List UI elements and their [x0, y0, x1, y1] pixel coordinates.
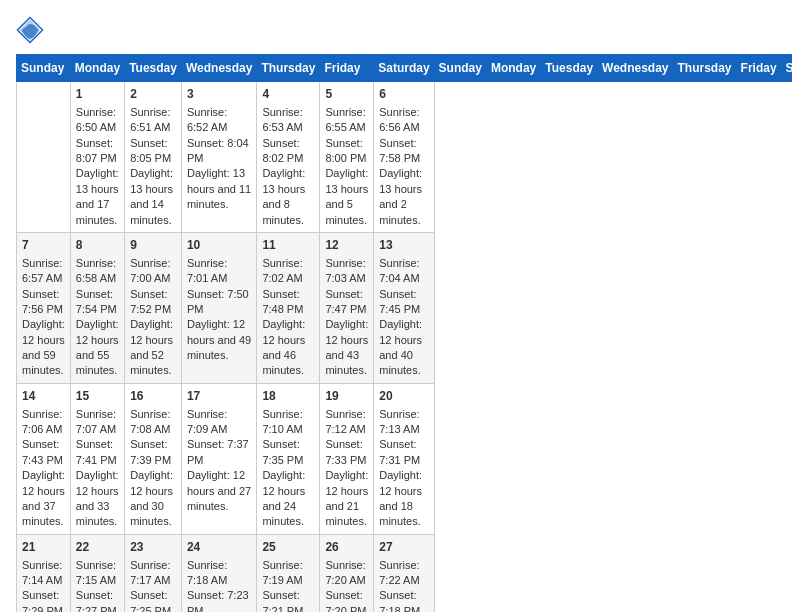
day-cell: 2Sunrise: 6:51 AMSunset: 8:05 PMDaylight… [125, 82, 182, 233]
sunrise-text: Sunrise: 6:58 AM [76, 256, 119, 287]
daylight-text: Daylight: 12 hours and 30 minutes. [130, 468, 176, 530]
week-row-2: 7Sunrise: 6:57 AMSunset: 7:56 PMDaylight… [17, 232, 793, 383]
sunrise-text: Sunrise: 7:04 AM [379, 256, 428, 287]
col-header-tuesday: Tuesday [541, 55, 598, 82]
sunset-text: Sunset: 7:39 PM [130, 437, 176, 468]
day-cell: 17Sunrise: 7:09 AMSunset: 7:37 PMDayligh… [181, 383, 256, 534]
sunset-text: Sunset: 7:18 PM [379, 588, 428, 612]
daylight-text: Daylight: 12 hours and 33 minutes. [76, 468, 119, 530]
sunrise-text: Sunrise: 7:00 AM [130, 256, 176, 287]
sunrise-text: Sunrise: 7:10 AM [262, 407, 314, 438]
sunrise-text: Sunrise: 7:09 AM [187, 407, 251, 438]
day-number: 2 [130, 86, 176, 103]
day-number: 21 [22, 539, 65, 556]
day-number: 16 [130, 388, 176, 405]
day-number: 1 [76, 86, 119, 103]
daylight-text: Daylight: 12 hours and 18 minutes. [379, 468, 428, 530]
sunset-text: Sunset: 7:47 PM [325, 287, 368, 318]
day-cell: 8Sunrise: 6:58 AMSunset: 7:54 PMDaylight… [70, 232, 124, 383]
day-cell: 11Sunrise: 7:02 AMSunset: 7:48 PMDayligh… [257, 232, 320, 383]
sunset-text: Sunset: 7:37 PM [187, 437, 251, 468]
daylight-text: Daylight: 13 hours and 8 minutes. [262, 166, 314, 228]
daylight-text: Daylight: 13 hours and 11 minutes. [187, 166, 251, 212]
day-number: 17 [187, 388, 251, 405]
header-friday: Friday [320, 55, 374, 82]
day-number: 11 [262, 237, 314, 254]
col-header-saturday: Saturday [781, 55, 792, 82]
header-saturday: Saturday [374, 55, 434, 82]
sunset-text: Sunset: 7:43 PM [22, 437, 65, 468]
daylight-text: Daylight: 12 hours and 52 minutes. [130, 317, 176, 379]
col-header-sunday: Sunday [434, 55, 486, 82]
day-cell: 5Sunrise: 6:55 AMSunset: 8:00 PMDaylight… [320, 82, 374, 233]
day-number: 14 [22, 388, 65, 405]
week-row-4: 21Sunrise: 7:14 AMSunset: 7:29 PMDayligh… [17, 534, 793, 612]
sunrise-text: Sunrise: 7:13 AM [379, 407, 428, 438]
day-number: 3 [187, 86, 251, 103]
daylight-text: Daylight: 12 hours and 37 minutes. [22, 468, 65, 530]
day-cell: 7Sunrise: 6:57 AMSunset: 7:56 PMDaylight… [17, 232, 71, 383]
sunrise-text: Sunrise: 6:53 AM [262, 105, 314, 136]
day-cell: 26Sunrise: 7:20 AMSunset: 7:20 PMDayligh… [320, 534, 374, 612]
sunset-text: Sunset: 7:33 PM [325, 437, 368, 468]
day-number: 23 [130, 539, 176, 556]
sunset-text: Sunset: 8:05 PM [130, 136, 176, 167]
day-cell: 4Sunrise: 6:53 AMSunset: 8:02 PMDaylight… [257, 82, 320, 233]
day-number: 7 [22, 237, 65, 254]
sunset-text: Sunset: 8:02 PM [262, 136, 314, 167]
header-sunday: Sunday [17, 55, 71, 82]
sunrise-text: Sunrise: 7:06 AM [22, 407, 65, 438]
daylight-text: Daylight: 12 hours and 59 minutes. [22, 317, 65, 379]
sunrise-text: Sunrise: 6:55 AM [325, 105, 368, 136]
sunrise-text: Sunrise: 7:12 AM [325, 407, 368, 438]
sunrise-text: Sunrise: 6:57 AM [22, 256, 65, 287]
col-header-monday: Monday [486, 55, 540, 82]
sunrise-text: Sunrise: 7:18 AM [187, 558, 251, 589]
day-number: 4 [262, 86, 314, 103]
day-cell: 3Sunrise: 6:52 AMSunset: 8:04 PMDaylight… [181, 82, 256, 233]
sunset-text: Sunset: 7:52 PM [130, 287, 176, 318]
day-number: 22 [76, 539, 119, 556]
day-cell: 23Sunrise: 7:17 AMSunset: 7:25 PMDayligh… [125, 534, 182, 612]
header-wednesday: Wednesday [181, 55, 256, 82]
sunrise-text: Sunrise: 7:20 AM [325, 558, 368, 589]
day-cell: 24Sunrise: 7:18 AMSunset: 7:23 PMDayligh… [181, 534, 256, 612]
day-number: 13 [379, 237, 428, 254]
sunrise-text: Sunrise: 7:15 AM [76, 558, 119, 589]
daylight-text: Daylight: 13 hours and 2 minutes. [379, 166, 428, 228]
sunset-text: Sunset: 7:58 PM [379, 136, 428, 167]
day-number: 25 [262, 539, 314, 556]
sunset-text: Sunset: 8:00 PM [325, 136, 368, 167]
day-cell: 12Sunrise: 7:03 AMSunset: 7:47 PMDayligh… [320, 232, 374, 383]
sunrise-text: Sunrise: 7:03 AM [325, 256, 368, 287]
sunrise-text: Sunrise: 6:51 AM [130, 105, 176, 136]
day-number: 9 [130, 237, 176, 254]
day-cell: 10Sunrise: 7:01 AMSunset: 7:50 PMDayligh… [181, 232, 256, 383]
sunset-text: Sunset: 7:20 PM [325, 588, 368, 612]
day-cell: 20Sunrise: 7:13 AMSunset: 7:31 PMDayligh… [374, 383, 434, 534]
day-number: 15 [76, 388, 119, 405]
sunset-text: Sunset: 7:56 PM [22, 287, 65, 318]
calendar-header-row: SundayMondayTuesdayWednesdayThursdayFrid… [17, 55, 793, 82]
sunset-text: Sunset: 7:48 PM [262, 287, 314, 318]
sunset-text: Sunset: 7:31 PM [379, 437, 428, 468]
daylight-text: Daylight: 12 hours and 27 minutes. [187, 468, 251, 514]
sunrise-text: Sunrise: 6:56 AM [379, 105, 428, 136]
sunset-text: Sunset: 7:23 PM [187, 588, 251, 612]
week-row-1: 1Sunrise: 6:50 AMSunset: 8:07 PMDaylight… [17, 82, 793, 233]
calendar-table: SundayMondayTuesdayWednesdayThursdayFrid… [16, 54, 792, 612]
daylight-text: Daylight: 13 hours and 5 minutes. [325, 166, 368, 228]
day-number: 10 [187, 237, 251, 254]
sunrise-text: Sunrise: 7:07 AM [76, 407, 119, 438]
sunset-text: Sunset: 7:45 PM [379, 287, 428, 318]
col-header-thursday: Thursday [673, 55, 736, 82]
sunrise-text: Sunrise: 7:17 AM [130, 558, 176, 589]
col-header-friday: Friday [736, 55, 781, 82]
day-cell: 22Sunrise: 7:15 AMSunset: 7:27 PMDayligh… [70, 534, 124, 612]
day-cell: 14Sunrise: 7:06 AMSunset: 7:43 PMDayligh… [17, 383, 71, 534]
day-cell: 13Sunrise: 7:04 AMSunset: 7:45 PMDayligh… [374, 232, 434, 383]
day-number: 20 [379, 388, 428, 405]
page-header [16, 16, 776, 44]
daylight-text: Daylight: 12 hours and 55 minutes. [76, 317, 119, 379]
sunset-text: Sunset: 7:41 PM [76, 437, 119, 468]
